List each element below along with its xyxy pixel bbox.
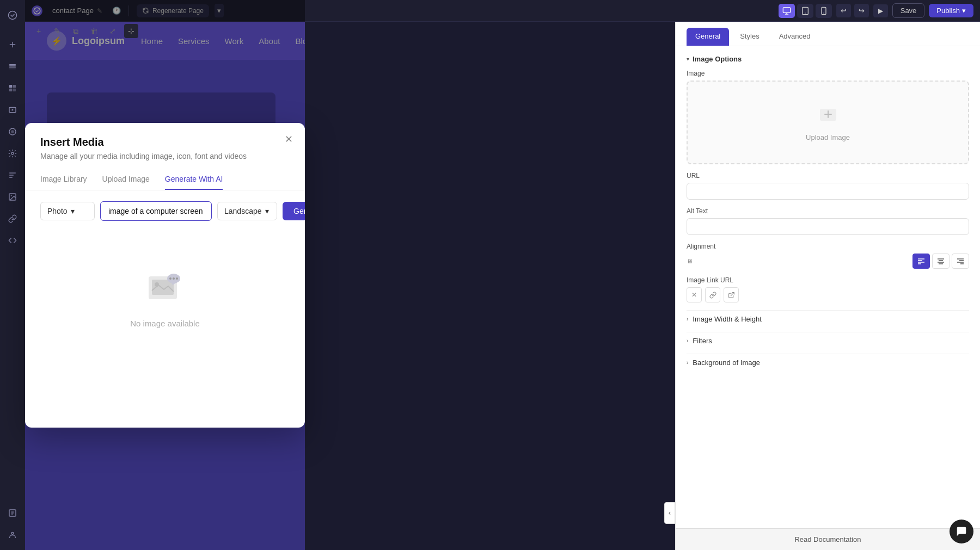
alignment-label: Alignment (687, 243, 969, 250)
link-external-button[interactable] (724, 287, 739, 302)
chat-bubble-button[interactable] (950, 520, 973, 543)
svg-point-15 (11, 532, 14, 534)
sidebar-style-icon[interactable] (3, 122, 22, 141)
panel-collapse-button[interactable]: ‹ (664, 502, 675, 524)
sidebar-add-icon[interactable] (3, 35, 22, 54)
left-sidebar (0, 0, 25, 550)
undo-redo-group: ↩ ↪ (836, 4, 869, 17)
svg-point-21 (823, 13, 824, 13)
svg-rect-2 (9, 66, 16, 68)
image-options-label: Image Options (693, 55, 742, 63)
url-field-label: URL (687, 172, 969, 180)
modal-tabs: Image Library Upload Image Generate With… (25, 169, 305, 190)
image-options-section: ▾ Image Options (687, 55, 969, 63)
sidebar-settings-icon[interactable] (3, 144, 22, 163)
modal-tab-upload-image[interactable]: Upload Image (102, 169, 150, 190)
upload-image-box[interactable]: Upload Image (687, 81, 969, 164)
svg-rect-6 (9, 89, 12, 91)
sidebar-nav-icon[interactable] (3, 165, 22, 185)
image-field-row: Image Upload Image (687, 70, 969, 164)
image-field-label: Image (687, 70, 969, 77)
modal-tab-generate-ai[interactable]: Generate With AI (165, 169, 223, 190)
link-url-button[interactable] (705, 287, 720, 302)
alignment-desktop-icon: 🖥 (687, 258, 693, 264)
desktop-device-icon[interactable] (779, 4, 795, 18)
background-of-image-label: Background of Image (693, 359, 760, 367)
sidebar-bottom2-icon[interactable] (3, 525, 22, 545)
alignment-row-inner: 🖥 (687, 254, 969, 269)
generate-button[interactable]: Generate (283, 202, 305, 220)
redo-button[interactable]: ↪ (854, 4, 869, 17)
sidebar-layers-icon[interactable] (3, 57, 22, 76)
svg-rect-1 (9, 64, 16, 66)
panel-tab-styles[interactable]: Styles (731, 28, 768, 46)
tablet-device-icon[interactable] (797, 4, 813, 18)
svg-rect-4 (9, 85, 12, 88)
sidebar-bottom-icon[interactable] (3, 503, 22, 523)
svg-point-28 (176, 277, 178, 280)
modal-title: Insert Media (40, 136, 290, 149)
svg-point-0 (9, 11, 17, 20)
align-right-button[interactable] (952, 254, 969, 269)
save-button[interactable]: Save (892, 3, 925, 18)
prompt-input[interactable] (100, 201, 212, 221)
filters-header[interactable]: › Filters (687, 332, 969, 349)
svg-point-27 (173, 277, 175, 280)
svg-rect-7 (13, 89, 16, 91)
svg-point-19 (805, 13, 805, 13)
modal-overlay[interactable]: Insert Media Manage all your media inclu… (25, 0, 305, 550)
modal-close-button[interactable]: ✕ (281, 132, 296, 147)
svg-rect-17 (783, 8, 790, 13)
type-select-label: Photo (47, 207, 68, 215)
image-width-height-toggle-icon: › (687, 316, 688, 322)
modal-tab-image-library[interactable]: Image Library (40, 169, 87, 190)
orientation-label: Landscape (224, 207, 262, 215)
panel-tab-general[interactable]: General (687, 28, 729, 46)
align-center-button[interactable] (932, 254, 950, 269)
svg-rect-18 (802, 7, 808, 14)
image-width-height-header[interactable]: › Image Width & Height (687, 310, 969, 327)
image-link-field-row: Image Link URL ✕ (687, 276, 969, 302)
orientation-select-dropdown[interactable]: Landscape ▾ (217, 202, 277, 220)
svg-rect-20 (822, 7, 826, 14)
upload-image-label: Upload Image (806, 133, 850, 141)
sidebar-code-icon[interactable] (3, 231, 22, 250)
svg-rect-5 (13, 85, 16, 88)
sidebar-media-icon[interactable] (3, 100, 22, 120)
modal-subtitle: Manage all your media including image, i… (40, 152, 290, 160)
right-panel: Image 📌 ✕ General Styles Advanced ▾ Imag… (675, 0, 980, 550)
publish-chevron-icon: ▾ (962, 7, 966, 15)
device-switcher (779, 4, 832, 18)
alt-text-input[interactable] (687, 218, 969, 235)
no-image-text: No image available (130, 319, 200, 328)
filters-section: › Filters (687, 332, 969, 349)
play-preview-button[interactable]: ▶ (873, 4, 888, 17)
sidebar-components-icon[interactable] (3, 78, 22, 98)
orientation-chevron: ▾ (265, 207, 269, 215)
upload-icon (699, 103, 957, 129)
sidebar-logo[interactable] (3, 5, 22, 25)
svg-point-26 (169, 277, 171, 280)
alt-text-field-row: Alt Text (687, 207, 969, 235)
generate-controls-row: Photo ▾ Landscape ▾ Generate (40, 201, 290, 221)
undo-button[interactable]: ↩ (836, 4, 851, 17)
type-select-dropdown[interactable]: Photo ▾ (40, 202, 95, 220)
image-options-toggle-icon[interactable]: ▾ (687, 56, 689, 62)
image-width-height-section: › Image Width & Height (687, 310, 969, 327)
link-clear-button[interactable]: ✕ (687, 287, 702, 302)
no-image-area: No image available (40, 234, 290, 361)
publish-button[interactable]: Publish ▾ (929, 4, 973, 17)
read-documentation-button[interactable]: Read Documentation (676, 528, 980, 550)
sidebar-link-icon[interactable] (3, 209, 22, 228)
mobile-device-icon[interactable] (816, 4, 832, 18)
read-docs-label: Read Documentation (794, 535, 861, 543)
filters-toggle-icon: › (687, 338, 688, 344)
background-of-image-header[interactable]: › Background of Image (687, 354, 969, 371)
svg-point-13 (11, 195, 12, 196)
url-field-row: URL (687, 172, 969, 200)
alignment-buttons (912, 254, 969, 269)
sidebar-image-icon[interactable] (3, 187, 22, 207)
align-left-button[interactable] (912, 254, 930, 269)
url-input[interactable] (687, 183, 969, 200)
panel-tab-advanced[interactable]: Advanced (770, 28, 819, 46)
